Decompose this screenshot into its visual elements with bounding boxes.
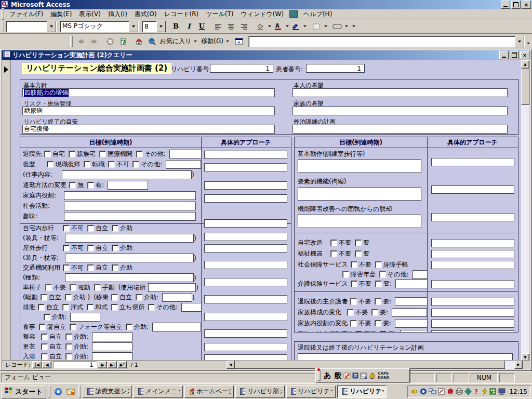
checkbox[interactable] <box>355 240 362 246</box>
checkbox[interactable] <box>87 182 94 189</box>
text-input[interactable]: 自宅復帰 <box>22 125 275 134</box>
back-icon[interactable] <box>74 35 87 48</box>
align-center-button[interactable] <box>224 20 237 33</box>
approach-input[interactable] <box>204 295 287 303</box>
checkbox[interactable] <box>87 304 94 311</box>
checkbox[interactable] <box>62 304 69 311</box>
checkbox[interactable] <box>87 264 94 271</box>
new-record-button[interactable]: ▶* <box>117 361 127 368</box>
checkbox[interactable] <box>87 225 94 232</box>
power-icon[interactable] <box>482 388 488 395</box>
font-size-combo[interactable]: 8 <box>142 21 166 32</box>
minimize-button[interactable] <box>499 51 509 59</box>
pen-icon[interactable] <box>343 372 351 379</box>
printer-icon[interactable] <box>456 388 463 395</box>
checkbox[interactable] <box>39 324 46 330</box>
text-input[interactable] <box>70 313 100 322</box>
text-input[interactable] <box>65 234 194 243</box>
approach-input[interactable] <box>204 181 287 190</box>
search-icon[interactable] <box>145 35 158 48</box>
underline-button[interactable]: U <box>195 20 208 33</box>
text-input[interactable] <box>64 202 196 210</box>
maximize-button[interactable] <box>510 51 519 59</box>
checkbox[interactable] <box>99 151 106 157</box>
checkbox[interactable] <box>87 245 94 251</box>
approach-input[interactable] <box>431 330 514 332</box>
checkbox[interactable] <box>355 331 362 332</box>
italic-button[interactable]: I <box>182 20 195 33</box>
checkbox[interactable] <box>41 343 48 350</box>
wireless-icon[interactable] <box>420 388 427 395</box>
checkbox[interactable] <box>351 261 357 268</box>
home-icon[interactable] <box>132 35 145 48</box>
goal-input[interactable] <box>298 187 421 201</box>
checkbox[interactable] <box>38 304 45 311</box>
checkbox[interactable] <box>126 324 132 330</box>
approach-input[interactable] <box>204 313 287 321</box>
approach-input[interactable] <box>431 213 514 221</box>
text-input[interactable] <box>152 323 201 331</box>
checkbox[interactable] <box>45 284 52 291</box>
approach-input[interactable] <box>204 329 287 338</box>
first-record-button[interactable]: |◀ <box>32 361 42 368</box>
align-right-button[interactable] <box>237 20 250 33</box>
pad-icon[interactable] <box>360 372 367 379</box>
text-input[interactable] <box>292 107 508 115</box>
approach-input[interactable] <box>204 261 287 269</box>
text-input[interactable] <box>292 125 508 134</box>
favorites-menu[interactable]: お気に入り <box>158 37 192 46</box>
toolbar-grip[interactable] <box>2 8 4 20</box>
checkbox[interactable] <box>41 294 47 301</box>
menu-item[interactable]: 挿入(I) <box>104 9 131 20</box>
checkbox[interactable] <box>379 271 386 278</box>
close-button[interactable]: × <box>520 51 529 59</box>
checkbox[interactable] <box>47 161 54 168</box>
goal-input[interactable] <box>298 159 421 173</box>
props-icon[interactable] <box>368 372 376 379</box>
taskbar-button[interactable]: リハビリテーショ.. <box>286 385 336 398</box>
approach-input[interactable] <box>431 298 514 306</box>
graphics-icon[interactable] <box>464 388 472 395</box>
checkbox[interactable] <box>350 320 357 327</box>
scroll-right-icon[interactable]: ▶ <box>514 361 523 369</box>
checkbox[interactable] <box>70 324 76 330</box>
scrollbar-thumb[interactable] <box>235 361 505 369</box>
approach-input[interactable] <box>204 233 287 241</box>
approach-input[interactable] <box>431 320 514 328</box>
toolbar-options-icon[interactable] <box>352 25 355 27</box>
display-icon[interactable] <box>498 388 506 395</box>
checkbox[interactable] <box>63 225 70 232</box>
approach-input[interactable] <box>204 194 287 203</box>
align-left-button[interactable] <box>211 20 224 33</box>
antivirus-icon[interactable] <box>447 388 454 395</box>
menu-item[interactable]: 書式(O) <box>131 9 161 20</box>
text-input[interactable] <box>92 332 132 341</box>
checkbox[interactable] <box>375 281 382 287</box>
menu-item[interactable]: ヘルプ(H) <box>300 9 336 20</box>
previous-record-button[interactable]: ◀ <box>42 361 51 368</box>
text-input[interactable] <box>64 191 196 200</box>
special-effect-button[interactable] <box>330 20 343 33</box>
next-record-button[interactable]: ▶ <box>98 361 107 368</box>
toolbar-grip[interactable] <box>2 21 4 32</box>
minimize-button[interactable] <box>501 1 510 9</box>
help-icon[interactable]: ? <box>473 388 480 395</box>
checkbox[interactable] <box>111 304 118 311</box>
checkbox[interactable] <box>41 353 48 360</box>
checkbox[interactable] <box>69 182 76 189</box>
menu-item[interactable]: 表示(V) <box>75 9 104 20</box>
line-color-button[interactable] <box>289 20 302 33</box>
scroll-left-icon[interactable]: ◀ <box>227 361 235 369</box>
toolbar-options-icon[interactable] <box>527 43 530 44</box>
checkbox[interactable] <box>112 245 118 251</box>
menu-item[interactable]: ツール(T) <box>202 9 237 20</box>
checkbox[interactable] <box>65 343 72 350</box>
text-input[interactable] <box>292 88 508 97</box>
checkbox[interactable] <box>350 298 357 305</box>
approach-input[interactable] <box>431 185 514 194</box>
checkbox[interactable] <box>136 151 143 157</box>
checkbox[interactable] <box>69 151 75 157</box>
dropdown-icon[interactable] <box>324 25 327 27</box>
text-input[interactable] <box>413 270 427 279</box>
scrollbar-thumb[interactable] <box>521 69 529 105</box>
